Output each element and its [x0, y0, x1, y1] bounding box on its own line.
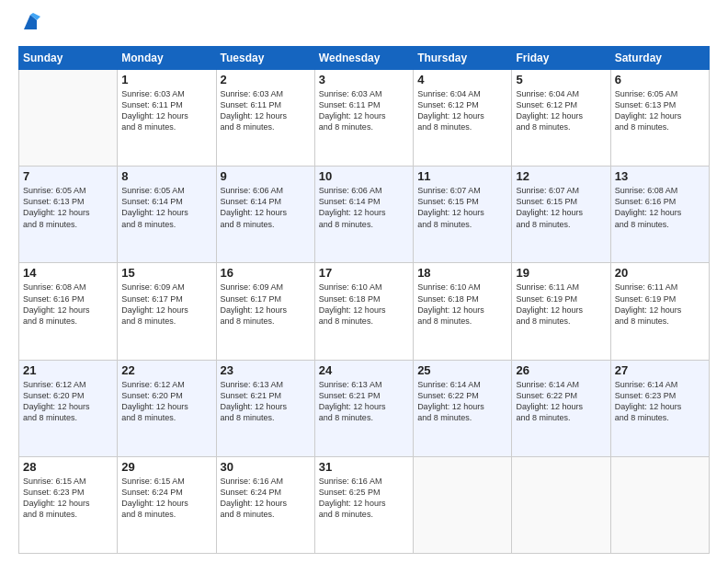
day-number: 9	[221, 169, 311, 183]
day-number: 12	[516, 169, 606, 183]
day-number: 8	[121, 169, 211, 183]
day-info: Sunrise: 6:12 AM Sunset: 6:20 PM Dayligh…	[121, 379, 211, 424]
day-info: Sunrise: 6:08 AM Sunset: 6:16 PM Dayligh…	[23, 282, 113, 327]
calendar-cell: 12Sunrise: 6:07 AM Sunset: 6:15 PM Dayli…	[512, 167, 610, 263]
calendar-cell: 21Sunrise: 6:12 AM Sunset: 6:20 PM Dayli…	[19, 360, 118, 456]
day-number: 10	[319, 169, 409, 183]
day-number: 7	[23, 169, 113, 183]
day-info: Sunrise: 6:16 AM Sunset: 6:25 PM Dayligh…	[319, 476, 409, 521]
col-header-friday: Friday	[512, 47, 610, 70]
day-number: 1	[121, 73, 211, 86]
calendar-cell	[512, 456, 610, 553]
calendar-cell: 8Sunrise: 6:05 AM Sunset: 6:14 PM Daylig…	[118, 167, 216, 263]
day-number: 29	[121, 460, 211, 474]
day-number: 16	[221, 266, 311, 280]
col-header-thursday: Thursday	[414, 47, 512, 70]
calendar-cell: 14Sunrise: 6:08 AM Sunset: 6:16 PM Dayli…	[19, 263, 118, 360]
calendar-cell: 2Sunrise: 6:03 AM Sunset: 6:11 PM Daylig…	[216, 70, 314, 167]
logo-icon	[20, 13, 40, 33]
calendar-cell: 19Sunrise: 6:11 AM Sunset: 6:19 PM Dayli…	[512, 263, 610, 360]
day-info: Sunrise: 6:05 AM Sunset: 6:13 PM Dayligh…	[23, 185, 113, 230]
day-info: Sunrise: 6:13 AM Sunset: 6:21 PM Dayligh…	[221, 379, 311, 424]
calendar-cell	[414, 456, 512, 553]
day-info: Sunrise: 6:11 AM Sunset: 6:19 PM Dayligh…	[615, 282, 705, 327]
day-info: Sunrise: 6:04 AM Sunset: 6:12 PM Dayligh…	[516, 88, 606, 133]
day-number: 28	[23, 460, 113, 474]
day-number: 26	[516, 363, 606, 377]
day-info: Sunrise: 6:08 AM Sunset: 6:16 PM Dayligh…	[615, 185, 705, 230]
calendar-cell: 25Sunrise: 6:14 AM Sunset: 6:22 PM Dayli…	[414, 360, 512, 456]
calendar-cell: 22Sunrise: 6:12 AM Sunset: 6:20 PM Dayli…	[118, 360, 216, 456]
day-number: 15	[121, 266, 211, 280]
calendar-cell: 24Sunrise: 6:13 AM Sunset: 6:21 PM Dayli…	[314, 360, 413, 456]
day-info: Sunrise: 6:15 AM Sunset: 6:24 PM Dayligh…	[121, 476, 211, 521]
day-number: 27	[615, 363, 705, 377]
day-number: 30	[221, 460, 311, 474]
day-number: 22	[121, 363, 211, 377]
day-info: Sunrise: 6:10 AM Sunset: 6:18 PM Dayligh…	[417, 282, 507, 327]
day-info: Sunrise: 6:14 AM Sunset: 6:22 PM Dayligh…	[417, 379, 507, 424]
day-number: 25	[417, 363, 507, 377]
calendar-cell: 13Sunrise: 6:08 AM Sunset: 6:16 PM Dayli…	[610, 167, 709, 263]
calendar-cell: 15Sunrise: 6:09 AM Sunset: 6:17 PM Dayli…	[118, 263, 216, 360]
day-info: Sunrise: 6:07 AM Sunset: 6:15 PM Dayligh…	[516, 185, 606, 230]
calendar-cell: 31Sunrise: 6:16 AM Sunset: 6:25 PM Dayli…	[314, 456, 413, 553]
header	[18, 17, 710, 37]
day-info: Sunrise: 6:10 AM Sunset: 6:18 PM Dayligh…	[319, 282, 409, 327]
calendar-cell: 5Sunrise: 6:04 AM Sunset: 6:12 PM Daylig…	[512, 70, 610, 167]
calendar-cell: 6Sunrise: 6:05 AM Sunset: 6:13 PM Daylig…	[610, 70, 709, 167]
logo	[18, 17, 40, 37]
day-number: 11	[417, 169, 507, 183]
calendar-cell: 1Sunrise: 6:03 AM Sunset: 6:11 PM Daylig…	[118, 70, 216, 167]
calendar-cell: 9Sunrise: 6:06 AM Sunset: 6:14 PM Daylig…	[216, 167, 314, 263]
calendar-cell: 30Sunrise: 6:16 AM Sunset: 6:24 PM Dayli…	[216, 456, 314, 553]
calendar-cell: 17Sunrise: 6:10 AM Sunset: 6:18 PM Dayli…	[314, 263, 413, 360]
col-header-tuesday: Tuesday	[216, 47, 314, 70]
day-number: 13	[615, 169, 705, 183]
col-header-monday: Monday	[118, 47, 216, 70]
day-number: 31	[319, 460, 409, 474]
day-info: Sunrise: 6:09 AM Sunset: 6:17 PM Dayligh…	[121, 282, 211, 327]
page: SundayMondayTuesdayWednesdayThursdayFrid…	[0, 0, 728, 563]
day-info: Sunrise: 6:04 AM Sunset: 6:12 PM Dayligh…	[417, 88, 507, 133]
day-info: Sunrise: 6:03 AM Sunset: 6:11 PM Dayligh…	[319, 88, 409, 133]
day-number: 14	[23, 266, 113, 280]
calendar-cell: 16Sunrise: 6:09 AM Sunset: 6:17 PM Dayli…	[216, 263, 314, 360]
day-number: 2	[221, 73, 311, 86]
calendar-cell: 20Sunrise: 6:11 AM Sunset: 6:19 PM Dayli…	[610, 263, 709, 360]
day-info: Sunrise: 6:07 AM Sunset: 6:15 PM Dayligh…	[417, 185, 507, 230]
calendar-cell: 4Sunrise: 6:04 AM Sunset: 6:12 PM Daylig…	[414, 70, 512, 167]
day-info: Sunrise: 6:05 AM Sunset: 6:13 PM Dayligh…	[615, 88, 705, 133]
calendar-cell: 26Sunrise: 6:14 AM Sunset: 6:22 PM Dayli…	[512, 360, 610, 456]
calendar-cell: 11Sunrise: 6:07 AM Sunset: 6:15 PM Dayli…	[414, 167, 512, 263]
calendar-cell	[610, 456, 709, 553]
day-number: 18	[417, 266, 507, 280]
day-number: 24	[319, 363, 409, 377]
day-info: Sunrise: 6:15 AM Sunset: 6:23 PM Dayligh…	[23, 476, 113, 521]
day-info: Sunrise: 6:14 AM Sunset: 6:22 PM Dayligh…	[516, 379, 606, 424]
day-info: Sunrise: 6:13 AM Sunset: 6:21 PM Dayligh…	[319, 379, 409, 424]
calendar-cell	[19, 70, 118, 167]
day-info: Sunrise: 6:06 AM Sunset: 6:14 PM Dayligh…	[319, 185, 409, 230]
col-header-saturday: Saturday	[610, 47, 709, 70]
calendar-cell: 10Sunrise: 6:06 AM Sunset: 6:14 PM Dayli…	[314, 167, 413, 263]
calendar-cell: 7Sunrise: 6:05 AM Sunset: 6:13 PM Daylig…	[19, 167, 118, 263]
day-info: Sunrise: 6:06 AM Sunset: 6:14 PM Dayligh…	[221, 185, 311, 230]
calendar-cell: 27Sunrise: 6:14 AM Sunset: 6:23 PM Dayli…	[610, 360, 709, 456]
day-number: 23	[221, 363, 311, 377]
day-number: 20	[615, 266, 705, 280]
day-info: Sunrise: 6:11 AM Sunset: 6:19 PM Dayligh…	[516, 282, 606, 327]
calendar-cell: 3Sunrise: 6:03 AM Sunset: 6:11 PM Daylig…	[314, 70, 413, 167]
calendar-cell: 29Sunrise: 6:15 AM Sunset: 6:24 PM Dayli…	[118, 456, 216, 553]
day-info: Sunrise: 6:09 AM Sunset: 6:17 PM Dayligh…	[221, 282, 311, 327]
col-header-wednesday: Wednesday	[314, 47, 413, 70]
day-number: 3	[319, 73, 409, 86]
day-number: 19	[516, 266, 606, 280]
day-number: 5	[516, 73, 606, 86]
calendar-cell: 23Sunrise: 6:13 AM Sunset: 6:21 PM Dayli…	[216, 360, 314, 456]
day-info: Sunrise: 6:14 AM Sunset: 6:23 PM Dayligh…	[615, 379, 705, 424]
day-info: Sunrise: 6:03 AM Sunset: 6:11 PM Dayligh…	[221, 88, 311, 133]
day-number: 4	[417, 73, 507, 86]
col-header-sunday: Sunday	[19, 47, 118, 70]
calendar-table: SundayMondayTuesdayWednesdayThursdayFrid…	[18, 46, 710, 554]
